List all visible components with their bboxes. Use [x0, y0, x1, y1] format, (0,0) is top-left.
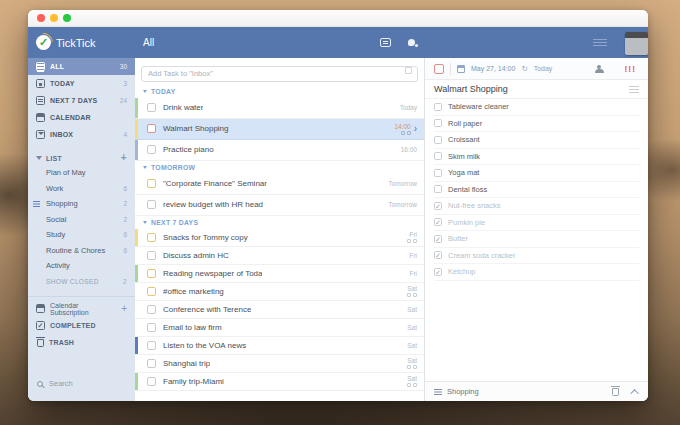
- collapse-panel-icon[interactable]: [630, 389, 638, 397]
- task-row[interactable]: review budget with HR head Tomorrow: [135, 195, 424, 216]
- checklist-item[interactable]: Tableware cleaner: [434, 99, 639, 116]
- task-checkbox[interactable]: [147, 269, 156, 278]
- checklist-item[interactable]: Dental floss: [434, 182, 639, 199]
- checklist-checkbox[interactable]: [434, 169, 442, 177]
- checklist-label: Nut-free snacks: [448, 201, 501, 210]
- checklist-checkbox[interactable]: [434, 218, 442, 226]
- delete-task-icon[interactable]: [612, 388, 619, 396]
- search-field[interactable]: Search: [28, 379, 135, 388]
- task-color-bar: [135, 174, 138, 194]
- task-date: Tomorrow: [388, 201, 417, 208]
- assign-icon[interactable]: [595, 65, 603, 73]
- task-row[interactable]: Email to law firm Sat: [135, 319, 424, 337]
- sidebar-smart-list-item[interactable]: CALENDAR: [28, 109, 135, 126]
- checklist-item[interactable]: Ketchup: [434, 264, 639, 281]
- sidebar-list-item[interactable]: Activity: [28, 258, 135, 274]
- task-row[interactable]: Walmart Shopping 14:00 ›: [135, 119, 424, 140]
- task-row[interactable]: Discuss admin HC Fri: [135, 247, 424, 265]
- task-row[interactable]: Listen to the VOA news Sat: [135, 337, 424, 355]
- task-checkbox[interactable]: [147, 103, 156, 112]
- checklist-item[interactable]: Croissant: [434, 132, 639, 149]
- list-section-header[interactable]: LIST +: [28, 151, 135, 165]
- task-detail-title[interactable]: Walmart Shopping: [434, 84, 629, 94]
- task-row[interactable]: Snacks for Tommy copy Fri: [135, 229, 424, 247]
- task-meta: Fri: [409, 252, 417, 259]
- detail-task-checkbox[interactable]: [434, 64, 444, 74]
- sidebar-item-trash[interactable]: TRASH: [28, 334, 135, 351]
- sidebar-smart-list-item[interactable]: INBOX 4: [28, 126, 135, 143]
- task-row[interactable]: Drink water Today ›: [135, 98, 424, 119]
- checklist-item[interactable]: Yoga mat: [434, 165, 639, 182]
- section-header-today[interactable]: TODAY: [135, 85, 424, 98]
- list-label: Social: [46, 215, 66, 224]
- checklist-checkbox[interactable]: [434, 136, 442, 144]
- task-checkbox[interactable]: [147, 305, 156, 314]
- task-checkbox[interactable]: [147, 323, 156, 332]
- sidebar-item-calendar-subscription[interactable]: Calendar Subscription +: [28, 300, 135, 317]
- task-row[interactable]: Conference with Terence Sat: [135, 301, 424, 319]
- checklist-checkbox[interactable]: [434, 235, 442, 243]
- add-task-input[interactable]: [141, 66, 418, 82]
- task-checkbox[interactable]: [147, 377, 156, 386]
- task-row[interactable]: Family trip-Miami Sat: [135, 373, 424, 391]
- sidebar-item-completed[interactable]: ✓ COMPLETED: [28, 317, 135, 334]
- task-checkbox[interactable]: [147, 359, 156, 368]
- checklist-checkbox[interactable]: [434, 268, 442, 276]
- overview-icon[interactable]: [380, 38, 391, 47]
- checklist-item[interactable]: Pumkin pie: [434, 215, 639, 232]
- checklist-checkbox[interactable]: [434, 152, 442, 160]
- task-checkbox[interactable]: [147, 124, 156, 133]
- sidebar-smart-list-item[interactable]: ALL 30: [28, 58, 135, 75]
- task-checkbox[interactable]: [147, 341, 156, 350]
- detail-list-name[interactable]: Shopping: [447, 387, 479, 396]
- add-task-options-icon[interactable]: [405, 67, 412, 74]
- checklist-checkbox[interactable]: [434, 202, 442, 210]
- checklist-checkbox[interactable]: [434, 119, 442, 127]
- checklist-item[interactable]: Skim milk: [434, 149, 639, 166]
- sidebar-list-item[interactable]: SHOW CLOSED 2: [28, 274, 135, 290]
- sidebar-smart-list-item[interactable]: TODAY 3: [28, 75, 135, 92]
- task-checkbox[interactable]: [147, 251, 156, 260]
- priority-flags[interactable]: !!!: [625, 64, 637, 74]
- checklist-checkbox[interactable]: [434, 251, 442, 259]
- checklist-item[interactable]: Roll paper: [434, 116, 639, 133]
- maximize-button[interactable]: [63, 14, 71, 22]
- calendar-subscription-label: Calendar Subscription: [50, 302, 116, 316]
- sidebar-list-item[interactable]: Plan of May: [28, 165, 135, 181]
- task-checkbox[interactable]: [147, 233, 156, 242]
- add-calendar-button[interactable]: +: [121, 304, 127, 314]
- checklist-checkbox[interactable]: [434, 103, 442, 111]
- calendar-icon: [457, 65, 465, 73]
- add-list-button[interactable]: +: [121, 153, 127, 163]
- minimize-button[interactable]: [50, 14, 58, 22]
- task-checkbox[interactable]: [147, 200, 156, 209]
- notifications-icon[interactable]: [408, 39, 415, 46]
- section-header-next-7-days[interactable]: NEXT 7 DAYS: [135, 216, 424, 229]
- task-row[interactable]: Shanghai trip Sat: [135, 355, 424, 373]
- due-date[interactable]: May 27, 14:00: [471, 65, 515, 72]
- sidebar-list-item[interactable]: Shopping 2: [28, 196, 135, 212]
- detail-toolbar: May 27, 14:00 ↻ Today !!!: [425, 58, 648, 80]
- task-row[interactable]: "Corporate Finance" Seminar Tomorrow: [135, 174, 424, 195]
- sidebar-list-item[interactable]: Work 6: [28, 181, 135, 197]
- mini-calendar-widget[interactable]: [625, 32, 648, 55]
- close-button[interactable]: [37, 14, 45, 22]
- section-header-tomorrow[interactable]: TOMORROW: [135, 161, 424, 174]
- sidebar-list-item[interactable]: Social 2: [28, 212, 135, 228]
- sidebar-list-item[interactable]: Study 6: [28, 227, 135, 243]
- sidebar-smart-list-item[interactable]: NEXT 7 DAYS 24: [28, 92, 135, 109]
- checklist-item[interactable]: Cream soda cracker: [434, 248, 639, 265]
- header-menu-icon[interactable]: [593, 39, 607, 40]
- checklist-menu-icon[interactable]: [629, 86, 639, 87]
- task-row[interactable]: #office marketing Sat: [135, 283, 424, 301]
- checklist-item[interactable]: Butter: [434, 231, 639, 248]
- task-checkbox[interactable]: [147, 145, 156, 154]
- checklist-checkbox[interactable]: [434, 185, 442, 193]
- task-row[interactable]: Practice piano 16:00 ›: [135, 140, 424, 161]
- task-checkbox[interactable]: [147, 287, 156, 296]
- checklist-item[interactable]: Nut-free snacks: [434, 198, 639, 215]
- task-row[interactable]: Reading newspaper of Toda Fri: [135, 265, 424, 283]
- task-checkbox[interactable]: [147, 179, 156, 188]
- sidebar-list-item[interactable]: Routine & Chores 6: [28, 243, 135, 259]
- app-logo-text: TickTick: [56, 37, 96, 49]
